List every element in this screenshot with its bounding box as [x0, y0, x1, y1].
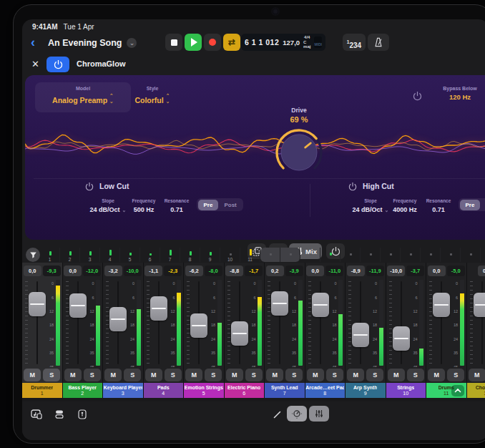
solo-button[interactable]: S	[245, 369, 263, 381]
style-value[interactable]: Colorful⌃⌄	[134, 93, 170, 104]
browser-icon	[54, 409, 64, 419]
power-icon	[54, 60, 63, 69]
mute-button[interactable]: M	[469, 369, 485, 381]
mute-button[interactable]: M	[428, 369, 445, 381]
back-button[interactable]: ‹	[31, 36, 35, 48]
overview-slot[interactable]	[280, 248, 300, 262]
slope-value[interactable]: 24 dB/Oct⌄	[90, 206, 127, 213]
overview-slot[interactable]	[260, 248, 280, 262]
power-icon	[85, 182, 94, 191]
solo-button[interactable]: S	[84, 369, 101, 381]
pre-button[interactable]: Pre	[460, 200, 481, 210]
mute-button[interactable]: M	[307, 369, 324, 381]
track-name-label[interactable]: Pads 4	[144, 383, 185, 398]
high-cut-power-button[interactable]	[348, 181, 357, 194]
solo-button[interactable]: S	[165, 369, 182, 381]
pre-button[interactable]: Pre	[198, 200, 219, 210]
lcd-display[interactable]: 6 1 1 012 127,0 4/4 C maj MIDI	[241, 34, 325, 51]
song-title-control[interactable]: An Evening Song ⌄	[48, 38, 137, 48]
overview-slot[interactable]: 6	[140, 248, 160, 262]
controls-view-button[interactable]	[287, 406, 307, 422]
overview-slot[interactable]: 2	[60, 248, 80, 262]
record-button[interactable]	[204, 34, 221, 51]
mute-button[interactable]: M	[266, 369, 283, 381]
overview-slot[interactable]	[320, 248, 341, 262]
mute-button[interactable]: M	[64, 369, 82, 381]
overview-slot[interactable]	[461, 248, 481, 262]
drive-knob[interactable]	[272, 125, 326, 180]
track-name-label[interactable]: Arcade…eet Pad 8	[305, 383, 346, 398]
overview-slot[interactable]: 9	[200, 248, 220, 262]
overview-slot[interactable]: 4	[100, 248, 120, 262]
mute-button[interactable]: M	[226, 369, 243, 381]
resonance-value[interactable]: 0.71	[170, 206, 183, 213]
collapse-button[interactable]	[451, 385, 464, 396]
overview-slot[interactable]	[361, 248, 381, 262]
mute-button[interactable]: M	[347, 369, 364, 381]
mute-button[interactable]: M	[145, 369, 162, 381]
plugin-close-button[interactable]: ✕	[31, 59, 39, 69]
count-in-button[interactable]: 1234	[343, 34, 366, 51]
solo-button[interactable]: S	[43, 369, 60, 381]
overview-slot[interactable]: 5	[120, 248, 140, 262]
solo-button[interactable]: S	[124, 369, 141, 381]
mute-button[interactable]: M	[104, 369, 122, 381]
track-name-label[interactable]: Emotion Strings 5	[184, 383, 225, 398]
overview-slot[interactable]: 10	[220, 248, 240, 262]
frequency-value[interactable]: 500 Hz	[134, 206, 155, 213]
track-name-label[interactable]: Electric Piano 6	[225, 383, 265, 398]
track-name-label[interactable]: Chorus V 12	[467, 383, 485, 398]
post-button[interactable]: Post	[480, 200, 485, 210]
overview-slot[interactable]	[421, 248, 441, 262]
overview-slot[interactable]	[441, 248, 461, 262]
resonance-value[interactable]: 0.71	[432, 206, 445, 213]
frequency-value[interactable]: 4000 Hz	[393, 206, 417, 213]
solo-button[interactable]: S	[447, 369, 464, 381]
edit-button[interactable]	[270, 407, 284, 422]
bypass-value[interactable]: 120 Hz	[449, 93, 471, 101]
filter-button[interactable]	[26, 248, 40, 262]
track-name-label[interactable]: Strings 10	[386, 383, 427, 398]
mute-button[interactable]: M	[185, 369, 202, 381]
mute-button[interactable]: M	[388, 369, 405, 381]
browser-button[interactable]	[52, 407, 67, 422]
stop-button[interactable]	[165, 34, 182, 51]
track-name-label[interactable]: Bass Player 2	[63, 383, 104, 398]
mini-meter	[170, 250, 172, 255]
plugins-button[interactable]	[75, 407, 89, 422]
track-name-label[interactable]: Synth Lead 7	[265, 383, 305, 398]
post-button[interactable]: Post	[218, 200, 242, 210]
mixer-view-button[interactable]	[309, 406, 329, 422]
overview-slot[interactable]: 1	[40, 248, 60, 262]
track-name-label[interactable]: Arp Synth 9	[346, 383, 386, 398]
bypass-power-button[interactable]	[413, 91, 422, 104]
overview-slot[interactable]: 8	[180, 248, 200, 262]
chevron-down-icon[interactable]: ⌄	[127, 38, 137, 48]
metronome-button[interactable]	[368, 34, 389, 51]
overview-slot[interactable]	[401, 248, 421, 262]
solo-button[interactable]: S	[407, 369, 424, 381]
plugin-power-button[interactable]	[46, 57, 69, 72]
overview-slot[interactable]: 11	[240, 248, 260, 262]
solo-button[interactable]: S	[366, 369, 383, 381]
slope-value[interactable]: 24 dB/Oct⌄	[353, 206, 389, 213]
overview-slot[interactable]	[300, 248, 320, 262]
fader-cap[interactable]	[474, 293, 485, 317]
overview-slot[interactable]: 3	[80, 248, 100, 262]
track-name-label[interactable]: Keyboard Player 3	[103, 383, 144, 398]
mute-button[interactable]: M	[24, 369, 41, 381]
loop-browser-button[interactable]	[29, 407, 44, 422]
cycle-button[interactable]: ⇄	[223, 34, 240, 51]
model-value[interactable]: Analog Preamp⌃⌄	[52, 93, 114, 104]
solo-button[interactable]: S	[285, 369, 303, 381]
track-name-label[interactable]: Drums 11	[426, 383, 467, 398]
overview-slot[interactable]: 7	[160, 248, 180, 262]
record-icon	[209, 39, 216, 46]
overview-slot[interactable]	[381, 248, 401, 262]
play-button[interactable]	[185, 34, 202, 51]
overview-slot[interactable]	[341, 248, 361, 262]
solo-button[interactable]: S	[205, 369, 222, 381]
low-cut-power-button[interactable]	[85, 181, 94, 194]
track-name-label[interactable]: Drummer 1	[22, 383, 63, 398]
solo-button[interactable]: S	[326, 369, 343, 381]
